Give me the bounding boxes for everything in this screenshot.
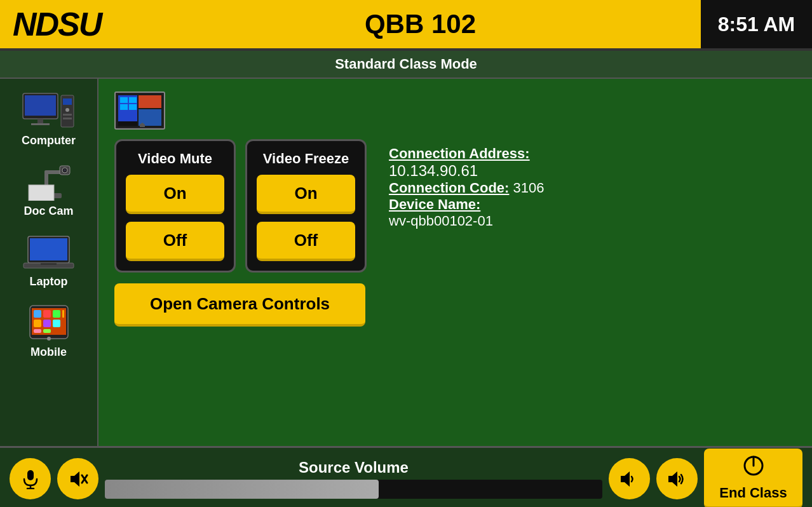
mobile-icon: [20, 302, 78, 343]
svg-rect-1: [25, 95, 56, 116]
end-class-button[interactable]: End Class: [704, 449, 802, 507]
sidebar-item-mobile[interactable]: Mobile: [0, 297, 97, 364]
sidebar-label-computer: Computer: [22, 134, 76, 147]
video-freeze-off-button[interactable]: Off: [257, 222, 355, 261]
content-area: Video Mute On Off Video Freeze On Off Op…: [98, 79, 812, 446]
volume-slider-fill: [105, 480, 379, 499]
svg-rect-19: [41, 263, 57, 265]
video-mute-panel: Video Mute On Off: [114, 139, 236, 273]
bottom-bar: Source Volume End Class: [0, 446, 812, 507]
svg-marker-45: [71, 471, 79, 487]
power-icon: [742, 454, 765, 482]
video-freeze-panel: Video Freeze On Off: [245, 139, 367, 273]
video-mute-off-button[interactable]: Off: [126, 222, 224, 261]
svg-rect-22: [34, 310, 41, 318]
sidebar-label-laptop: Laptop: [30, 275, 68, 288]
svg-rect-17: [30, 238, 67, 260]
sidebar-item-computer[interactable]: Computer: [0, 85, 97, 152]
svg-rect-2: [37, 119, 43, 124]
room-title: QBB 102: [140, 0, 701, 48]
volume-slider[interactable]: [105, 480, 602, 499]
svg-point-14: [64, 169, 66, 172]
sidebar: Computer Doc Cam: [0, 79, 98, 446]
svg-rect-5: [63, 98, 72, 105]
svg-rect-39: [129, 104, 137, 110]
connection-address-value: 10.134.90.61: [389, 162, 478, 179]
svg-rect-8: [63, 118, 72, 119]
volume-up-button[interactable]: [656, 458, 698, 499]
panels-and-info: Video Mute On Off Video Freeze On Off Op…: [114, 139, 796, 327]
svg-rect-15: [29, 185, 54, 201]
sidebar-label-mobile: Mobile: [30, 346, 67, 359]
mic-button[interactable]: [10, 458, 51, 499]
connection-code-value: 3106: [513, 180, 545, 196]
svg-marker-49: [668, 471, 677, 487]
svg-rect-29: [34, 329, 41, 333]
svg-point-31: [47, 337, 51, 341]
svg-rect-37: [129, 97, 137, 103]
svg-rect-27: [43, 320, 51, 327]
svg-rect-25: [62, 310, 64, 318]
header: NDSU QBB 102 8:51 AM: [0, 0, 812, 51]
mode-bar: Standard Class Mode: [0, 51, 812, 79]
volume-section: Source Volume: [105, 459, 602, 499]
sidebar-item-doc-cam[interactable]: Doc Cam: [0, 156, 97, 223]
svg-point-6: [65, 108, 69, 112]
camera-preview[interactable]: [114, 91, 165, 130]
video-mute-label: Video Mute: [138, 151, 212, 167]
info-section: Connection Address: 10.134.90.61 Connect…: [376, 139, 796, 236]
svg-rect-24: [53, 310, 60, 318]
computer-icon: [20, 90, 78, 132]
connection-code-label: Connection Code:: [389, 180, 509, 196]
ndsu-logo-text: NDSU: [13, 5, 101, 43]
mute-button[interactable]: [57, 458, 98, 499]
svg-rect-3: [31, 123, 50, 125]
svg-rect-40: [118, 121, 137, 126]
end-class-label: End Class: [719, 485, 787, 501]
sidebar-item-laptop[interactable]: Laptop: [0, 226, 97, 294]
ndsu-logo: NDSU: [0, 0, 140, 48]
svg-rect-7: [63, 114, 72, 116]
connection-address-label: Connection Address:: [389, 145, 530, 161]
device-name-line: Device Name: wv-qbb00102-01: [389, 196, 783, 229]
svg-rect-26: [34, 320, 41, 327]
main-area: Computer Doc Cam: [0, 79, 812, 446]
svg-rect-38: [120, 104, 128, 110]
volume-title: Source Volume: [299, 459, 409, 477]
volume-down-button[interactable]: [609, 458, 650, 499]
laptop-icon: [20, 231, 78, 273]
clock: 8:51 AM: [701, 0, 812, 48]
connection-code-line: Connection Code: 3106: [389, 180, 783, 196]
device-name-label: Device Name:: [389, 196, 480, 212]
svg-rect-42: [27, 470, 34, 480]
camera-controls-button[interactable]: Open Camera Controls: [114, 283, 365, 327]
svg-rect-30: [43, 329, 51, 333]
video-mute-on-button[interactable]: On: [126, 175, 224, 214]
connection-address-line: Connection Address: 10.134.90.61: [389, 145, 783, 180]
panels-row: Video Mute On Off Video Freeze On Off: [114, 139, 367, 273]
svg-rect-23: [43, 310, 51, 318]
device-name-value: wv-qbb00102-01: [389, 213, 493, 229]
svg-rect-28: [53, 320, 60, 327]
video-freeze-on-button[interactable]: On: [257, 175, 355, 214]
sidebar-label-doc-cam: Doc Cam: [24, 205, 73, 218]
doc-cam-icon: [20, 161, 78, 202]
svg-marker-48: [621, 471, 630, 487]
video-freeze-label: Video Freeze: [263, 151, 349, 167]
left-controls: Video Mute On Off Video Freeze On Off Op…: [114, 139, 367, 327]
svg-rect-36: [120, 97, 128, 103]
svg-rect-34: [139, 95, 161, 108]
